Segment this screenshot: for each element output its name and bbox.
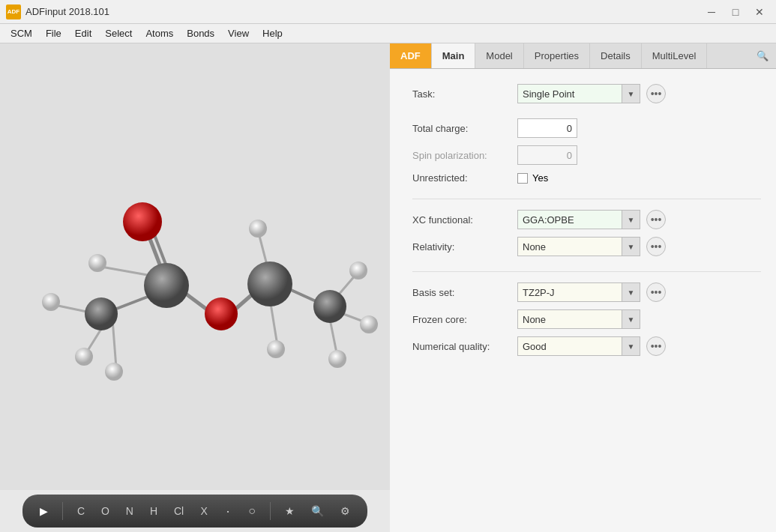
total-charge-row: Total charge: <box>412 118 761 138</box>
task-dropdown-arrow[interactable]: ▼ <box>622 84 640 103</box>
basis-set-label: Basis set: <box>412 287 517 298</box>
settings-tool-button[interactable]: ⚙ <box>337 504 354 519</box>
star-button[interactable]: ★ <box>281 504 298 519</box>
tab-main[interactable]: Main <box>432 43 476 68</box>
svg-point-21 <box>88 254 106 272</box>
relativity-label: Relativity: <box>412 241 517 253</box>
element-x-button[interactable]: X <box>196 504 211 519</box>
svg-point-20 <box>313 290 346 323</box>
frozen-core-value: None <box>523 314 546 325</box>
main-layout: ▶ C O N H Cl X · ○ ★ 🔍 ⚙ ADF Main Model … <box>0 43 776 532</box>
content-area: Task: Single Point ▼ ••• Total charge: <box>390 69 776 532</box>
basis-set-more-button[interactable]: ••• <box>646 282 666 302</box>
xc-functional-label: XC functional: <box>412 214 517 226</box>
numerical-quality-dropdown-wrap: Good ▼ <box>517 336 640 356</box>
menu-edit[interactable]: Edit <box>69 26 97 40</box>
numerical-quality-label: Numerical quality: <box>412 341 517 352</box>
dot-button[interactable]: · <box>220 502 235 521</box>
unrestricted-yes-label: Yes <box>532 172 548 184</box>
divider-2 <box>412 271 761 272</box>
divider-1 <box>412 199 761 199</box>
task-dropdown[interactable]: Single Point <box>517 84 622 103</box>
tab-search-button[interactable]: 🔍 <box>749 43 776 68</box>
relativity-dropdown[interactable]: None <box>517 237 622 256</box>
total-charge-label: Total charge: <box>412 123 517 134</box>
menu-bonds[interactable]: Bonds <box>181 26 220 40</box>
charge-section: Total charge: Spin polarization: Unrestr… <box>412 118 761 184</box>
frozen-core-dropdown[interactable]: None <box>517 309 622 329</box>
ring-button[interactable]: ○ <box>244 503 259 519</box>
menu-view[interactable]: View <box>222 26 255 40</box>
bottom-toolbar: ▶ C O N H Cl X · ○ ★ 🔍 ⚙ <box>22 495 367 528</box>
svg-point-27 <box>360 315 378 333</box>
numerical-quality-dropdown-arrow[interactable]: ▼ <box>622 336 640 356</box>
frozen-core-label: Frozen core: <box>412 314 517 325</box>
svg-line-8 <box>112 319 116 368</box>
relativity-dropdown-arrow[interactable]: ▼ <box>622 237 640 256</box>
close-button[interactable]: ✕ <box>749 4 770 20</box>
nitrogen-button[interactable]: N <box>122 504 137 519</box>
xc-functional-value: GGA:OPBE <box>523 214 574 226</box>
hydrogen-button[interactable]: H <box>146 504 161 519</box>
basis-set-dropdown[interactable]: TZ2P-J <box>517 282 622 302</box>
relativity-row: Relativity: None ▼ ••• <box>412 237 761 256</box>
basis-set-value: TZ2P-J <box>523 287 555 298</box>
svg-point-19 <box>85 297 118 330</box>
svg-point-28 <box>328 350 346 368</box>
search-tool-button[interactable]: 🔍 <box>307 504 328 519</box>
tab-properties[interactable]: Properties <box>524 43 590 68</box>
numerical-quality-value: Good <box>523 341 547 352</box>
carbon-button[interactable]: C <box>73 504 88 519</box>
xc-more-button[interactable]: ••• <box>646 210 666 229</box>
menu-help[interactable]: Help <box>256 26 289 40</box>
tab-spacer <box>707 43 749 68</box>
xc-dropdown-wrap: GGA:OPBE ▼ <box>517 210 640 229</box>
cursor-tool-button[interactable]: ▶ <box>36 504 52 519</box>
menu-atoms[interactable]: Atoms <box>139 26 179 40</box>
chlorine-button[interactable]: Cl <box>170 504 187 519</box>
numerical-quality-dropdown[interactable]: Good <box>517 336 622 356</box>
svg-point-18 <box>247 262 292 306</box>
svg-point-16 <box>205 297 238 330</box>
xc-functional-row: XC functional: GGA:OPBE ▼ ••• <box>412 210 761 229</box>
tab-multilevel[interactable]: MultiLevel <box>642 43 708 68</box>
svg-point-25 <box>249 220 267 238</box>
svg-point-22 <box>42 293 60 311</box>
relativity-more-button[interactable]: ••• <box>646 237 666 256</box>
svg-point-26 <box>349 262 367 279</box>
menu-select[interactable]: Select <box>99 26 138 40</box>
frozen-core-row: Frozen core: None ▼ <box>412 309 761 329</box>
app-title: ADFinput 2018.101 <box>25 6 701 17</box>
left-panel: ▶ C O N H Cl X · ○ ★ 🔍 ⚙ <box>0 43 390 532</box>
right-panel: ADF Main Model Properties Details MultiL… <box>390 43 776 532</box>
basis-set-dropdown-arrow[interactable]: ▼ <box>622 282 640 302</box>
unrestricted-checkbox-wrap: Yes <box>517 172 548 184</box>
maximize-button[interactable]: □ <box>725 4 746 20</box>
numerical-quality-more-button[interactable]: ••• <box>646 336 666 356</box>
unrestricted-checkbox[interactable] <box>517 173 528 184</box>
menu-bar: SCM File Edit Select Atoms Bonds View He… <box>0 24 776 43</box>
menu-scm[interactable]: SCM <box>4 26 38 40</box>
xc-functional-dropdown[interactable]: GGA:OPBE <box>517 210 622 229</box>
task-section: Task: Single Point ▼ ••• <box>412 84 761 103</box>
xc-dropdown-arrow[interactable]: ▼ <box>622 210 640 229</box>
frozen-core-dropdown-wrap: None ▼ <box>517 309 640 329</box>
tab-model[interactable]: Model <box>475 43 523 68</box>
molecule-svg <box>0 43 390 490</box>
minimize-button[interactable]: ─ <box>701 4 722 20</box>
menu-file[interactable]: File <box>40 26 67 40</box>
tab-adf[interactable]: ADF <box>390 43 432 68</box>
spin-polarization-input[interactable] <box>517 145 577 165</box>
task-row: Task: Single Point ▼ ••• <box>412 84 761 103</box>
task-value: Single Point <box>523 88 574 100</box>
tab-details[interactable]: Details <box>590 43 642 68</box>
svg-point-15 <box>123 202 162 241</box>
toolbar-divider-2 <box>270 502 271 520</box>
svg-point-29 <box>267 340 285 358</box>
window-controls: ─ □ ✕ <box>701 4 770 20</box>
total-charge-input[interactable] <box>517 118 577 138</box>
task-more-button[interactable]: ••• <box>646 84 666 103</box>
frozen-core-dropdown-arrow[interactable]: ▼ <box>622 309 640 329</box>
numerical-quality-row: Numerical quality: Good ▼ ••• <box>412 336 761 356</box>
oxygen-button[interactable]: O <box>97 504 113 519</box>
